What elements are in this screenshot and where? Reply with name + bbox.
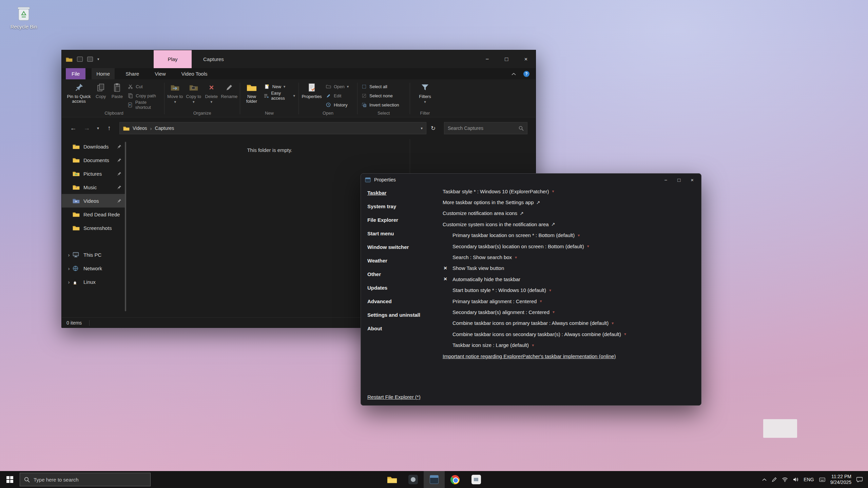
setting-taskbar-style[interactable]: Taskbar style * : Windows 10 (ExplorerPa… — [361, 186, 698, 197]
taskbar-properties-button[interactable] — [424, 471, 445, 488]
up-button[interactable]: ↑ — [102, 122, 116, 134]
sidebar-item-red-dead[interactable]: Red Dead Rede — [62, 208, 125, 221]
setting-combine-secondary-taskbar[interactable]: Combine taskbar icons on secondary taskb… — [361, 329, 698, 339]
sidebar-item-documents[interactable]: Documents — [62, 153, 125, 167]
explorer-titlebar[interactable]: ▾ Play Captures − □ × — [62, 50, 536, 68]
hidden-icons-chevron-icon[interactable] — [762, 478, 767, 481]
forward-button[interactable]: → — [80, 122, 94, 134]
select-none-button[interactable]: Select none — [360, 92, 400, 100]
explorer-search-box[interactable] — [444, 122, 527, 134]
setting-customize-notification-icons[interactable]: Customize notification area icons ↗ — [361, 208, 698, 219]
breadcrumb-item-videos[interactable]: Videos — [133, 125, 147, 131]
sidebar-item-network[interactable]: › Network — [62, 261, 125, 275]
taskbar-search-input[interactable] — [34, 477, 146, 483]
easy-access-button[interactable]: Easy access ▾ — [263, 92, 296, 100]
sidebar-item-this-pc[interactable]: › This PC — [62, 248, 125, 261]
open-button[interactable]: Open ▾ — [324, 82, 350, 91]
copy-to-button[interactable]: Copy to ▾ — [185, 81, 202, 103]
setting-automatically-hide-taskbar[interactable]: × Automatically hide the taskbar — [361, 274, 698, 285]
setting-taskbar-icon-size[interactable]: Taskbar icon size : Large (default) ▾ — [361, 339, 698, 350]
edit-button[interactable]: Edit — [324, 92, 350, 100]
vol-icon volume-icon[interactable] — [793, 477, 798, 482]
cut-button[interactable]: Cut — [126, 82, 162, 91]
paste-shortcut-button[interactable]: Paste shortcut — [126, 101, 162, 109]
tab-view[interactable]: View — [150, 68, 170, 79]
expand-chevron-icon[interactable]: › — [65, 252, 73, 258]
sidebar-item-screenshots[interactable]: Screenshots — [62, 221, 125, 235]
setting-more-taskbar-options[interactable]: More taskbar options in the Settings app… — [361, 197, 698, 208]
history-button[interactable]: History — [324, 101, 350, 109]
touch-keyboard-icon[interactable] — [819, 477, 825, 482]
setting-show-task-view-button[interactable]: × Show Task view button — [361, 263, 698, 274]
back-button[interactable]: ← — [66, 122, 80, 134]
move-to-button[interactable]: Move to ▾ — [167, 81, 184, 103]
contextual-tab-play[interactable]: Play — [154, 50, 192, 68]
sidebar-item-videos[interactable]: Videos — [62, 194, 125, 208]
taskbar-app-button-light[interactable] — [466, 471, 487, 488]
setting-start-button-style[interactable]: Start button style * : Windows 10 (defau… — [361, 285, 698, 296]
properties-button[interactable]: Properties — [301, 81, 323, 99]
important-notice-link[interactable]: Important notice regarding ExplorerPatch… — [361, 351, 698, 362]
ribbon-collapse-chevron-icon[interactable] — [512, 73, 516, 75]
sidebar-item-linux[interactable]: › Linux — [62, 275, 125, 289]
properties-minimize-button[interactable]: − — [664, 177, 667, 183]
sidebar-scrollbar[interactable] — [125, 142, 126, 311]
setting-primary-taskbar-location[interactable]: Primary taskbar location on screen * : B… — [361, 230, 698, 241]
rename-button[interactable]: Rename — [221, 81, 238, 99]
explorer-search-input[interactable] — [448, 125, 519, 131]
recent-locations-chevron-icon[interactable]: ▾ — [94, 122, 102, 134]
tab-home[interactable]: Home — [92, 68, 115, 79]
taskbar-search-box[interactable] — [20, 473, 151, 486]
explorer-minimize-button[interactable]: − — [478, 50, 497, 68]
setting-primary-taskbar-alignment[interactable]: Primary taskbar alignment : Centered ▾ — [361, 296, 698, 307]
delete-button[interactable]: × Delete ▾ — [204, 81, 219, 103]
filters-button[interactable]: Filters ▾ — [415, 81, 435, 103]
properties-close-button[interactable]: × — [691, 177, 694, 183]
copy-path-button[interactable]: Copy path — [126, 92, 162, 100]
network-icon[interactable] — [782, 477, 788, 482]
explorer-close-button[interactable]: × — [516, 50, 536, 68]
restart-file-explorer-link[interactable]: Restart File Explorer (*) — [367, 394, 421, 400]
expand-chevron-icon[interactable]: › — [65, 279, 73, 285]
setting-secondary-taskbar-location[interactable]: Secondary taskbar(s) location on screen … — [361, 241, 698, 252]
setting-secondary-taskbar-alignment[interactable]: Secondary taskbar(s) alignment : Centere… — [361, 307, 698, 317]
new-item-button[interactable]: New ▾ — [263, 82, 296, 91]
recycle-bin-desktop-icon[interactable]: Recycle Bin — [6, 4, 41, 30]
tab-file[interactable]: File — [66, 68, 85, 79]
notification-center-icon[interactable] — [856, 477, 863, 482]
pen-icon[interactable] — [772, 477, 777, 482]
expand-chevron-icon[interactable]: › — [65, 266, 73, 271]
qat-customize-chevron-icon[interactable]: ▾ — [97, 57, 99, 61]
sidebar-item-pictures[interactable]: Pictures — [62, 167, 125, 180]
setting-search[interactable]: Search : Show search box ▾ — [361, 252, 698, 262]
select-all-button[interactable]: Select all — [360, 82, 400, 91]
qat-button-1[interactable] — [77, 57, 83, 62]
refresh-button[interactable]: ↻ — [426, 122, 440, 134]
qat-button-2[interactable] — [87, 57, 93, 62]
explorer-maximize-button[interactable]: □ — [497, 50, 516, 68]
invert-selection-button[interactable]: Invert selection — [360, 101, 400, 109]
copy-button[interactable]: Copy — [93, 81, 108, 99]
breadcrumb[interactable]: Videos › Captures ▾ — [119, 122, 426, 134]
taskbar-file-explorer-button[interactable] — [382, 471, 403, 488]
properties-titlebar[interactable]: Properties − □ × — [361, 174, 701, 186]
setting-customize-system-icons[interactable]: Customize system icons in the notificati… — [361, 219, 698, 230]
new-folder-button[interactable]: New folder — [242, 81, 261, 104]
taskbar-chrome-button[interactable] — [445, 471, 466, 488]
tab-share[interactable]: Share — [121, 68, 144, 79]
taskbar-app-button-dark[interactable] — [403, 471, 424, 488]
sidebar-item-downloads[interactable]: ↓ Downloads — [62, 140, 125, 153]
ribbon: Pin to Quick access Copy Paste — [62, 79, 536, 117]
help-icon[interactable]: ? — [523, 71, 529, 77]
sidebar-item-music[interactable]: ♪ Music — [62, 180, 125, 194]
start-button[interactable] — [0, 471, 20, 488]
paste-button[interactable]: Paste — [110, 81, 124, 99]
language-indicator[interactable]: ENG — [804, 477, 814, 482]
breadcrumb-item-captures[interactable]: Captures — [155, 125, 174, 131]
pin-to-quick-access-button[interactable]: Pin to Quick access — [66, 81, 92, 104]
tab-video-tools[interactable]: Video Tools — [176, 68, 212, 79]
setting-combine-primary-taskbar[interactable]: Combine taskbar icons on primary taskbar… — [361, 318, 698, 329]
taskbar-clock[interactable]: 11:22 PM 9/24/2025 — [830, 474, 851, 485]
properties-maximize-button[interactable]: □ — [677, 177, 680, 183]
address-dropdown-chevron-icon[interactable]: ▾ — [421, 126, 423, 131]
